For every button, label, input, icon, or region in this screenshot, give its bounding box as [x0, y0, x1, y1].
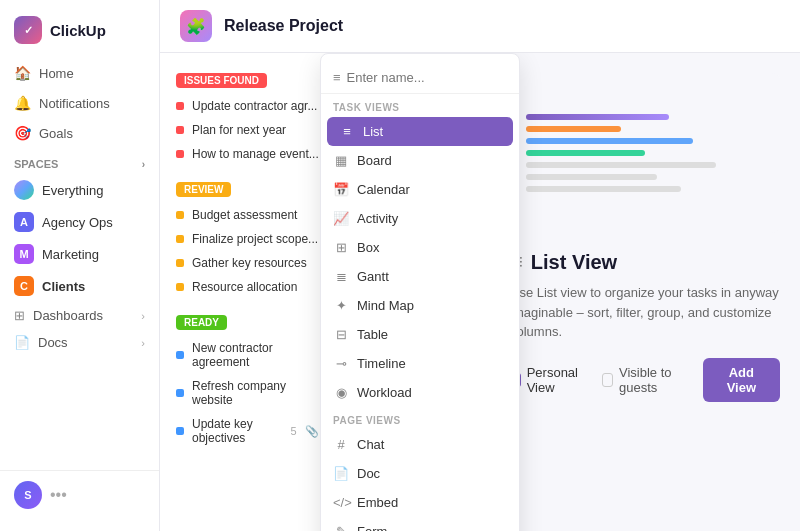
view-info: ≡ List View Use List view to organize yo…: [510, 249, 780, 342]
logo-text: ClickUp: [50, 22, 106, 39]
main-header: 🧩 Release Project: [160, 0, 800, 53]
preview-bar-orange: [526, 126, 621, 132]
list-menu-icon: ≡: [339, 124, 355, 139]
bell-icon: 🔔: [14, 95, 31, 111]
sidebar-item-everything[interactable]: Everything: [0, 174, 159, 206]
task-dot-red: [176, 150, 184, 158]
sidebar-footer: S •••: [0, 470, 159, 519]
activity-icon: 📈: [333, 211, 349, 226]
box-icon: ⊞: [333, 240, 349, 255]
dropdown-input-area: ≡: [321, 62, 519, 94]
task-dot-blue: [176, 427, 184, 435]
table-icon: ⊟: [333, 327, 349, 342]
mind-map-icon: ✦: [333, 298, 349, 313]
dashboards-icon: ⊞: [14, 308, 25, 323]
add-view-button[interactable]: Add View: [703, 358, 780, 402]
sidebar-item-clients[interactable]: C Clients: [0, 270, 159, 302]
menu-item-list[interactable]: ≡ List: [327, 117, 513, 146]
project-title: Release Project: [224, 17, 343, 35]
home-icon: 🏠: [14, 65, 31, 81]
everything-icon: [14, 180, 34, 200]
project-icon: 🧩: [180, 10, 212, 42]
clients-avatar: C: [14, 276, 34, 296]
sidebar-item-agency-ops[interactable]: A Agency Ops: [0, 206, 159, 238]
task-dot-red: [176, 102, 184, 110]
menu-item-form[interactable]: ✎ Form: [321, 517, 519, 531]
chevron-icon: ›: [142, 159, 145, 170]
chat-icon: #: [333, 437, 349, 452]
spaces-section-header: Spaces ›: [0, 148, 159, 174]
sidebar-item-home[interactable]: 🏠 Home: [0, 58, 159, 88]
task-views-label: TASK VIEWS: [321, 94, 519, 117]
menu-item-chat[interactable]: # Chat: [321, 430, 519, 459]
menu-item-gantt[interactable]: ≣ Gantt: [321, 262, 519, 291]
doc-icon: 📄: [333, 466, 349, 481]
sidebar-item-marketing[interactable]: M Marketing: [0, 238, 159, 270]
preview-bar-gray3: [526, 186, 681, 192]
sidebar-item-docs[interactable]: 📄 Docs ›: [0, 329, 159, 356]
chevron-right-icon: ›: [141, 310, 145, 322]
view-name-input[interactable]: [347, 70, 515, 85]
logo-icon: ✓: [14, 16, 42, 44]
goals-icon: 🎯: [14, 125, 31, 141]
menu-item-doc[interactable]: 📄 Doc: [321, 459, 519, 488]
view-actions: ✓ Personal View Visible to guests Add Vi…: [510, 358, 780, 402]
gantt-icon: ≣: [333, 269, 349, 284]
menu-item-table[interactable]: ⊟ Table: [321, 320, 519, 349]
task-dot-red: [176, 126, 184, 134]
preview-bar-gray2: [526, 174, 657, 180]
view-preview: [510, 73, 780, 233]
preview-bar-blue: [526, 138, 693, 144]
menu-item-workload[interactable]: ◉ Workload: [321, 378, 519, 407]
docs-icon: 📄: [14, 335, 30, 350]
list-icon: ≡: [333, 70, 341, 85]
view-description: Use List view to organize your tasks in …: [510, 283, 780, 342]
sidebar: ✓ ClickUp 🏠 Home 🔔 Notifications 🎯 Goals…: [0, 0, 160, 531]
preview-bar-green: [526, 150, 645, 156]
marketing-avatar: M: [14, 244, 34, 264]
guest-view-checkbox[interactable]: [602, 373, 613, 387]
menu-item-box[interactable]: ⊞ Box: [321, 233, 519, 262]
embed-icon: </>: [333, 495, 349, 510]
view-title-container: ≡ List View: [510, 249, 780, 275]
sidebar-item-notifications[interactable]: 🔔 Notifications: [0, 88, 159, 118]
preview-bar-gray: [526, 162, 716, 168]
chevron-right-icon-docs: ›: [141, 337, 145, 349]
menu-item-board[interactable]: ▦ Board: [321, 146, 519, 175]
menu-item-embed[interactable]: </> Embed: [321, 488, 519, 517]
dropdown-menu: ≡ TASK VIEWS ≡ List ▦ Board 📅 Calendar 📈…: [320, 53, 520, 531]
task-dot-yellow: [176, 283, 184, 291]
task-dot-yellow: [176, 259, 184, 267]
calendar-menu-icon: 📅: [333, 182, 349, 197]
main-content: 🧩 Release Project ISSUES FOUND Update co…: [160, 0, 800, 531]
task-dot-yellow: [176, 235, 184, 243]
personal-view-checkbox-label: ✓ Personal View: [510, 365, 590, 395]
preview-bar-accent: [526, 114, 669, 120]
task-dot-yellow: [176, 211, 184, 219]
timeline-icon: ⊸: [333, 356, 349, 371]
menu-item-mind-map[interactable]: ✦ Mind Map: [321, 291, 519, 320]
clip-icon: 📎: [305, 425, 319, 438]
task-dot-blue: [176, 351, 184, 359]
form-icon: ✎: [333, 524, 349, 531]
page-views-label: PAGE VIEWS: [321, 407, 519, 430]
guest-view-checkbox-label: Visible to guests: [602, 365, 691, 395]
menu-item-timeline[interactable]: ⊸ Timeline: [321, 349, 519, 378]
menu-item-calendar[interactable]: 📅 Calendar: [321, 175, 519, 204]
sidebar-item-goals[interactable]: 🎯 Goals: [0, 118, 159, 148]
task-dot-blue: [176, 389, 184, 397]
menu-item-activity[interactable]: 📈 Activity: [321, 204, 519, 233]
board-icon: ▦: [333, 153, 349, 168]
agency-ops-avatar: A: [14, 212, 34, 232]
user-dots-icon: •••: [50, 486, 67, 504]
logo: ✓ ClickUp: [0, 12, 159, 58]
right-panel: ≡ List View Use List view to organize yo…: [490, 53, 800, 531]
sidebar-item-dashboards[interactable]: ⊞ Dashboards ›: [0, 302, 159, 329]
workload-icon: ◉: [333, 385, 349, 400]
content-area: ISSUES FOUND Update contractor agr... Pl…: [160, 53, 800, 531]
user-avatar: S: [14, 481, 42, 509]
